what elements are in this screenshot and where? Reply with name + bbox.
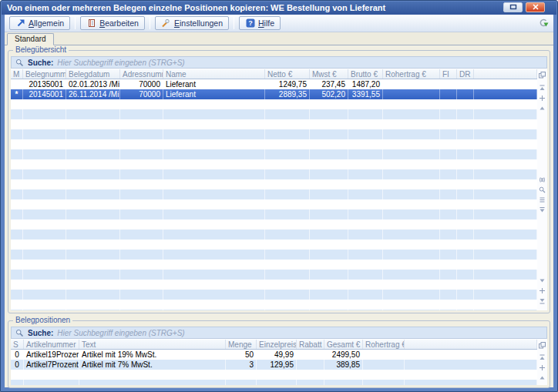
column-header[interactable]: Rabatt % <box>297 340 324 349</box>
cell <box>265 109 310 119</box>
column-header[interactable]: Name <box>163 69 265 79</box>
title-bar[interactable]: Von einem oder mehreren Belegen einzelne… <box>2 2 556 15</box>
cell[interactable]: 49,99 <box>257 350 297 360</box>
cell[interactable]: 70000 <box>120 79 163 89</box>
column-header[interactable]: Gesamt € <box>324 340 363 349</box>
column-header[interactable]: Text <box>79 340 226 349</box>
cell[interactable]: 3 <box>226 360 257 370</box>
column-picker-icon[interactable] <box>538 71 546 79</box>
cell[interactable]: Artikel7Prozent <box>24 360 79 370</box>
toolbar-button-einstellungen[interactable]: Einstellungen <box>155 16 229 30</box>
cell[interactable]: Lieferant <box>163 89 265 99</box>
table-row[interactable]: 2013500102.01.2013 /Mi70000Lieferant1249… <box>11 79 537 89</box>
plus-icon[interactable] <box>538 94 546 102</box>
plus-icon[interactable] <box>538 364 546 372</box>
table-row[interactable]: 0Artikel19ProzentArtikel mit 19% MwSt.50… <box>11 350 537 360</box>
cell[interactable] <box>297 350 324 360</box>
cell[interactable] <box>440 79 457 89</box>
column-header[interactable]: Netto € <box>265 69 310 79</box>
cell[interactable]: 70000 <box>120 89 163 99</box>
cell[interactable] <box>363 350 405 360</box>
scroll-bottom-icon[interactable] <box>538 297 546 305</box>
cell <box>11 209 23 219</box>
magnifier-icon[interactable] <box>538 186 546 194</box>
column-header[interactable]: Artikelnummer <box>24 340 79 349</box>
cell[interactable]: 237,45 <box>310 79 348 89</box>
restore-button[interactable] <box>503 2 523 12</box>
plus-icon[interactable] <box>538 286 546 295</box>
cell[interactable]: 50 <box>226 350 257 360</box>
cell <box>383 209 440 219</box>
cell <box>265 149 310 159</box>
column-header[interactable]: Rohertrag € <box>383 69 440 79</box>
column-header[interactable]: Mwst € <box>310 69 348 79</box>
cell[interactable]: * <box>11 89 23 99</box>
scroll-top-icon[interactable] <box>538 84 546 92</box>
cell[interactable] <box>363 360 405 370</box>
cell[interactable] <box>457 89 474 99</box>
cell[interactable] <box>383 89 440 99</box>
cell[interactable]: 2499,50 <box>324 350 363 360</box>
toolbar-button-allgemein[interactable]: Allgemein <box>9 16 70 30</box>
triangle-up-icon[interactable] <box>538 104 546 112</box>
column-header[interactable]: Rohertrag € <box>363 340 405 349</box>
column-header[interactable]: Menge <box>226 340 257 349</box>
tab-standard[interactable]: Standard <box>7 33 54 45</box>
cell[interactable]: 26.11.2014 /Mi <box>66 89 120 99</box>
cell[interactable]: Artikel19Prozent <box>24 350 79 360</box>
cell[interactable] <box>440 89 457 99</box>
cell[interactable] <box>457 79 474 89</box>
scroll-down-line-icon[interactable] <box>538 206 546 214</box>
column-width-icon[interactable] <box>538 176 546 184</box>
cell[interactable]: 02.01.2013 /Mi <box>66 79 120 89</box>
column-header[interactable]: Belegnummer <box>23 69 66 79</box>
column-header[interactable]: FI <box>440 69 457 79</box>
close-button[interactable] <box>526 2 545 12</box>
cell[interactable] <box>383 79 440 89</box>
cell[interactable]: 129,95 <box>257 360 297 370</box>
column-header[interactable]: Brutto € <box>348 69 383 79</box>
search-bar-positionen[interactable]: Suche: Hier Suchbegriff eingeben (STRG+S… <box>11 327 547 339</box>
column-picker-icon[interactable] <box>538 341 546 350</box>
triangle-up-icon[interactable] <box>538 374 546 382</box>
refresh-icon[interactable] <box>537 18 549 29</box>
column-header[interactable]: DR <box>457 69 474 79</box>
cell <box>457 260 474 270</box>
search-bar-belege[interactable]: Suche: Hier Suchbegriff eingeben (STRG+S… <box>11 56 547 69</box>
cell[interactable]: 0 <box>11 350 24 360</box>
cell <box>440 109 457 119</box>
table-row[interactable]: *2014500126.11.2014 /Mi70000Lieferant288… <box>11 89 537 99</box>
search-label: Suche: <box>28 329 53 337</box>
cell[interactable]: 1249,75 <box>265 79 310 89</box>
cell[interactable]: Lieferant <box>163 79 265 89</box>
cell[interactable]: 389,85 <box>324 360 363 370</box>
column-header[interactable]: Adressnumm <box>120 69 163 79</box>
cell[interactable]: 0 <box>11 360 24 370</box>
column-header[interactable]: Belegdatum <box>66 69 120 79</box>
toolbar-button-bearbeiten[interactable]: Bearbeiten <box>80 16 145 30</box>
toolbar-button-hilfe[interactable]: ? Hilfe <box>239 16 281 30</box>
triangle-down-icon[interactable] <box>538 276 546 285</box>
column-header[interactable]: S <box>11 340 24 349</box>
cell[interactable]: 20135001 <box>23 79 66 89</box>
cell <box>23 260 66 270</box>
cell <box>66 99 120 109</box>
column-header[interactable]: Einzelpreis € <box>257 340 297 349</box>
cell[interactable]: 1487,20 <box>348 79 383 89</box>
column-header[interactable]: M <box>11 69 23 79</box>
cell <box>11 159 23 169</box>
table-row[interactable]: 0Artikel7ProzentArtikel mit 7% MwSt.3129… <box>11 360 537 370</box>
column-width-icon[interactable] <box>538 384 546 385</box>
cell[interactable]: 3391,55 <box>348 89 383 99</box>
cell[interactable]: 502,20 <box>310 89 348 99</box>
cell[interactable] <box>297 360 324 370</box>
cell <box>348 199 383 209</box>
scroll-top-icon[interactable] <box>538 353 546 362</box>
cell[interactable]: 20145001 <box>23 89 66 99</box>
cell-filler <box>474 109 537 119</box>
cell[interactable]: Artikel mit 19% MwSt. <box>79 350 226 360</box>
cell[interactable]: Artikel mit 7% MwSt. <box>79 360 226 370</box>
cell[interactable]: 2889,35 <box>265 89 310 99</box>
cell[interactable] <box>11 79 23 89</box>
zoom-rows-icon[interactable] <box>538 196 546 204</box>
